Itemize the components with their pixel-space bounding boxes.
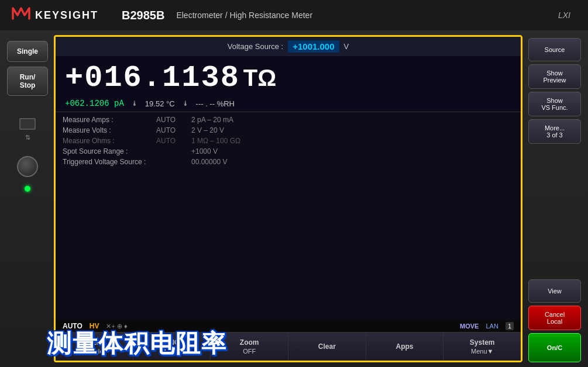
left-buttons: Single Run/Stop ⇅	[7, 35, 48, 362]
usb-port	[19, 118, 36, 130]
softkey-clear[interactable]: Clear	[288, 333, 366, 361]
softkey-apps[interactable]: Apps	[366, 333, 444, 361]
brand-name: KEYSIGHT	[35, 9, 98, 22]
info-setting: AUTO	[156, 137, 191, 145]
voltage-unit: V	[344, 42, 349, 51]
status-move: MOVE	[460, 323, 479, 330]
humidity-icon: 🌡	[182, 99, 189, 108]
on-off-button[interactable]: On/C	[528, 333, 581, 362]
right-panel: Source ShowPreview ShowVS Func. More...3…	[528, 35, 581, 362]
cancel-local-button[interactable]: CancelLocal	[528, 306, 581, 330]
main-reading-area: +016.1138 TΩ	[56, 56, 521, 98]
usb-label: ⇅	[25, 134, 30, 141]
knob[interactable]	[17, 156, 38, 177]
temperature-icon: 🌡	[131, 99, 138, 108]
main-area: Single Run/Stop ⇅ Voltage Source : +1001…	[0, 30, 588, 367]
info-setting: AUTO	[156, 126, 191, 134]
voltage-value: +1001.000	[288, 40, 339, 53]
screen: Voltage Source : +1001.000 V +016.1138 T…	[54, 35, 522, 362]
softkey-label-2: AUTO	[163, 348, 180, 355]
status-bar: AUTO HV ✕+ ⊕ ♦ MOVE LAN 1	[56, 320, 521, 332]
table-row: Spot Source Range : +1000 V	[63, 146, 514, 157]
softkey-system-menu[interactable]: System Menu▼	[443, 333, 521, 361]
softkey-label-2: Menu▼	[471, 348, 493, 355]
table-row: Measure Amps : AUTO 2 pA – 20 mA	[63, 115, 514, 125]
softkeys-bar: SPEED Stable RANGE AUTO Zoom OFF Clear A…	[56, 332, 521, 361]
right-spacer	[528, 147, 581, 276]
usb-area: ⇅	[7, 118, 48, 192]
info-range: 2 pA – 20 mA	[191, 116, 514, 124]
power-led	[25, 186, 30, 192]
status-num: 1	[506, 322, 514, 330]
table-row: Measure Ohms : AUTO 1 MΩ – 100 GΩ	[63, 136, 514, 146]
model-description: Electrometer / High Resistance Meter	[176, 11, 546, 20]
main-reading-value: +016.1138	[65, 61, 240, 95]
table-row: Measure Volts : AUTO 2 V – 20 V	[63, 125, 514, 136]
info-label: Measure Ohms :	[63, 137, 156, 145]
softkey-label-1: System	[470, 338, 495, 347]
info-range: 1 MΩ – 100 GΩ	[191, 137, 514, 145]
more-button[interactable]: More...3 of 3	[528, 119, 581, 144]
logo-icon	[12, 6, 30, 25]
info-label: Spot Source Range :	[63, 147, 156, 155]
info-range: +1000 V	[191, 147, 514, 155]
lxi-label: LXI	[558, 11, 570, 20]
info-setting: AUTO	[156, 116, 191, 124]
info-range: 00.00000 V	[191, 158, 514, 166]
run-stop-button[interactable]: Run/Stop	[7, 67, 48, 96]
humidity-value: --- . -- %RH	[196, 99, 235, 108]
view-button[interactable]: View	[528, 279, 581, 303]
softkey-label-1: RANGE	[159, 338, 184, 347]
model-name: B2985B	[122, 9, 164, 22]
voltage-source-label: Voltage Source :	[228, 42, 283, 51]
sub-reading-value: +062.1206 pA	[65, 99, 124, 108]
info-range: 2 V – 20 V	[191, 126, 514, 134]
info-label: Measure Volts :	[63, 126, 156, 134]
softkey-label-1: Zoom	[240, 338, 259, 347]
show-vs-func-button[interactable]: ShowVS Func.	[528, 92, 581, 116]
source-button[interactable]: Source	[528, 38, 581, 61]
instrument-body: KEYSIGHT B2985B Electrometer / High Resi…	[0, 0, 588, 367]
status-lan: LAN	[486, 323, 498, 330]
table-row: Triggered Voltage Source : 00.00000 V	[63, 157, 514, 167]
show-preview-button[interactable]: ShowPreview	[528, 64, 581, 89]
softkey-label-2: Stable	[85, 348, 103, 355]
info-label: Triggered Voltage Source :	[63, 158, 156, 166]
screen-header: Voltage Source : +1001.000 V	[56, 37, 521, 56]
softkey-zoom-off[interactable]: Zoom OFF	[211, 333, 288, 361]
softkey-label-2: OFF	[243, 348, 256, 355]
top-bar: KEYSIGHT B2985B Electrometer / High Resi…	[0, 0, 588, 30]
softkey-label-1: Clear	[318, 342, 336, 351]
info-table: Measure Amps : AUTO 2 pA – 20 mA Measure…	[56, 112, 521, 320]
single-button[interactable]: Single	[7, 41, 48, 62]
temperature-value: 19.52 °C	[145, 99, 175, 108]
softkey-label-1: SPEED	[82, 338, 106, 347]
status-icons: ✕+ ⊕ ♦	[106, 323, 453, 330]
info-label: Measure Amps :	[63, 116, 156, 124]
softkey-range-auto[interactable]: RANGE AUTO	[133, 333, 211, 361]
status-auto: AUTO	[63, 322, 82, 330]
softkey-label-1: Apps	[396, 342, 414, 351]
main-reading-unit: TΩ	[243, 65, 277, 91]
status-hv: HV	[90, 322, 99, 330]
softkey-speed-stable[interactable]: SPEED Stable	[56, 333, 133, 361]
brand-logo: KEYSIGHT	[12, 6, 98, 25]
sub-reading-area: +062.1206 pA 🌡 19.52 °C 🌡 --- . -- %RH	[56, 98, 521, 112]
